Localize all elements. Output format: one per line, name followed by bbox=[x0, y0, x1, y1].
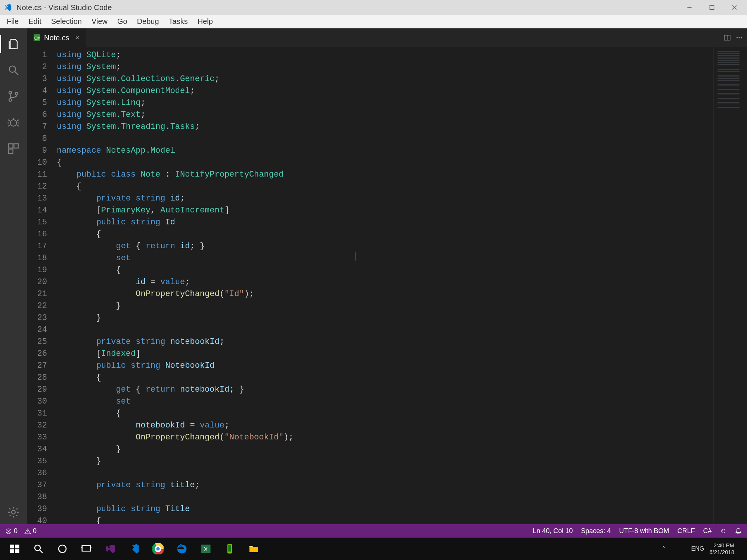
menu-view[interactable]: View bbox=[87, 16, 112, 27]
code-line[interactable] bbox=[57, 324, 747, 336]
menu-selection[interactable]: Selection bbox=[47, 16, 86, 27]
code-line[interactable]: id = value; bbox=[57, 276, 747, 288]
status-eol[interactable]: CRLF bbox=[678, 527, 695, 535]
status-warnings[interactable]: 0 bbox=[24, 527, 37, 535]
code-line[interactable]: } bbox=[57, 455, 747, 467]
status-feedback[interactable]: ☺ bbox=[720, 527, 727, 535]
code-line[interactable]: using SQLite; bbox=[57, 49, 747, 61]
system-tray[interactable]: ˄ ENG 2:40 PM 6/21/2018 bbox=[662, 542, 743, 556]
taskbar-app-vscode[interactable] bbox=[123, 540, 145, 558]
activity-explorer[interactable] bbox=[0, 32, 27, 56]
code-line[interactable]: using System.Text; bbox=[57, 109, 747, 121]
code-line[interactable] bbox=[57, 467, 747, 479]
menu-debug[interactable]: Debug bbox=[133, 16, 164, 27]
visual-studio-icon bbox=[105, 543, 116, 554]
taskbar-search[interactable] bbox=[28, 540, 49, 558]
tray-chevron-up-icon[interactable]: ˄ bbox=[662, 545, 665, 553]
code-line[interactable]: get { return id; } bbox=[57, 240, 747, 252]
code-line[interactable]: using System.Threading.Tasks; bbox=[57, 121, 747, 133]
menu-edit[interactable]: Edit bbox=[24, 16, 46, 27]
taskbar-app-visualstudio[interactable] bbox=[99, 540, 121, 558]
tray-language[interactable]: ENG bbox=[691, 545, 704, 552]
code-line[interactable]: { bbox=[57, 408, 747, 420]
notifications-icon[interactable] bbox=[735, 528, 742, 534]
cortana-icon bbox=[57, 543, 68, 554]
taskbar-app-edge[interactable] bbox=[171, 540, 193, 558]
code-line[interactable]: set bbox=[57, 396, 747, 408]
svg-point-15 bbox=[741, 37, 742, 38]
gear-icon bbox=[7, 506, 20, 519]
menu-go[interactable]: Go bbox=[113, 16, 132, 27]
code-editor[interactable]: 1234567891011121314151617181920212223242… bbox=[27, 47, 747, 524]
code-line[interactable]: using System; bbox=[57, 61, 747, 73]
tab-note-cs[interactable]: C# Note.cs × bbox=[27, 28, 86, 47]
activity-search[interactable] bbox=[0, 58, 27, 82]
window-minimize-button[interactable] bbox=[681, 0, 698, 15]
code-line[interactable]: [PrimaryKey, AutoIncrement] bbox=[57, 205, 747, 217]
activity-extensions[interactable] bbox=[0, 137, 27, 161]
taskbar-app-chrome[interactable] bbox=[147, 540, 169, 558]
code-line[interactable]: [Indexed] bbox=[57, 348, 747, 360]
status-encoding[interactable]: UTF-8 with BOM bbox=[619, 527, 669, 535]
tray-clock[interactable]: 2:40 PM 6/21/2018 bbox=[709, 542, 734, 556]
code-line[interactable]: { bbox=[57, 228, 747, 240]
line-number: 13 bbox=[27, 193, 47, 205]
line-number: 40 bbox=[27, 515, 47, 524]
code-line[interactable]: set bbox=[57, 252, 747, 264]
code-line[interactable]: OnPropertyChanged("NotebookId"); bbox=[57, 432, 747, 444]
code-line[interactable]: public class Note : INotifyPropertyChang… bbox=[57, 169, 747, 181]
code-line[interactable]: namespace NotesApp.Model bbox=[57, 145, 747, 157]
split-editor-icon[interactable] bbox=[724, 34, 731, 41]
taskbar-app-excel[interactable]: X bbox=[195, 540, 217, 558]
code-line[interactable]: using System.Collections.Generic; bbox=[57, 73, 747, 85]
code-line[interactable]: } bbox=[57, 444, 747, 455]
code-content[interactable]: using SQLite;using System;using System.C… bbox=[53, 47, 747, 524]
taskbar-app-explorer[interactable] bbox=[243, 540, 264, 558]
activity-settings[interactable] bbox=[0, 500, 27, 524]
code-line[interactable]: } bbox=[57, 300, 747, 312]
code-line[interactable]: private string title; bbox=[57, 479, 747, 491]
window-maximize-button[interactable] bbox=[703, 0, 721, 15]
code-line[interactable]: public string Title bbox=[57, 503, 747, 515]
code-line[interactable]: public string NotebookId bbox=[57, 360, 747, 372]
editor-toolbar bbox=[86, 28, 747, 47]
activity-debug[interactable] bbox=[0, 111, 27, 134]
taskbar-taskview[interactable] bbox=[75, 540, 97, 558]
code-line[interactable]: using System.ComponentModel; bbox=[57, 85, 747, 97]
code-line[interactable]: notebookId = value; bbox=[57, 420, 747, 432]
tab-close-button[interactable]: × bbox=[75, 34, 80, 42]
code-line[interactable]: { bbox=[57, 264, 747, 276]
vscode-window: Note.cs - Visual Studio Code File Edit S… bbox=[0, 0, 747, 538]
code-line[interactable]: using System.Linq; bbox=[57, 97, 747, 109]
status-language[interactable]: C# bbox=[703, 527, 712, 535]
taskbar-app-phone[interactable] bbox=[219, 540, 241, 558]
window-close-button[interactable] bbox=[725, 0, 743, 15]
code-line[interactable]: public string Id bbox=[57, 217, 747, 228]
taskbar-cortana[interactable] bbox=[52, 540, 73, 558]
code-line[interactable]: get { return notebookId; } bbox=[57, 384, 747, 396]
menu-help[interactable]: Help bbox=[193, 16, 217, 27]
code-line[interactable] bbox=[57, 133, 747, 145]
code-line[interactable] bbox=[57, 491, 747, 503]
activity-source-control[interactable] bbox=[0, 84, 27, 108]
line-number: 25 bbox=[27, 336, 47, 348]
start-button[interactable] bbox=[4, 540, 25, 558]
code-line[interactable]: { bbox=[57, 157, 747, 169]
code-line[interactable]: { bbox=[57, 372, 747, 384]
code-line[interactable]: { bbox=[57, 515, 747, 524]
svg-point-4 bbox=[15, 92, 18, 95]
status-lncol[interactable]: Ln 40, Col 10 bbox=[533, 527, 573, 535]
svg-rect-23 bbox=[82, 545, 91, 551]
code-line[interactable]: } bbox=[57, 312, 747, 324]
code-line[interactable]: OnPropertyChanged("Id"); bbox=[57, 288, 747, 300]
status-bar: 0 0 Ln 40, Col 10 Spaces: 4 UTF-8 with B… bbox=[0, 524, 747, 538]
status-errors[interactable]: 0 bbox=[5, 527, 18, 535]
menu-file[interactable]: File bbox=[2, 16, 23, 27]
minimap[interactable] bbox=[713, 47, 747, 524]
code-line[interactable]: private string id; bbox=[57, 193, 747, 205]
more-actions-icon[interactable] bbox=[736, 34, 743, 41]
code-line[interactable]: private string notebookId; bbox=[57, 336, 747, 348]
status-spaces[interactable]: Spaces: 4 bbox=[581, 527, 611, 535]
code-line[interactable]: { bbox=[57, 181, 747, 193]
menu-tasks[interactable]: Tasks bbox=[164, 16, 192, 27]
